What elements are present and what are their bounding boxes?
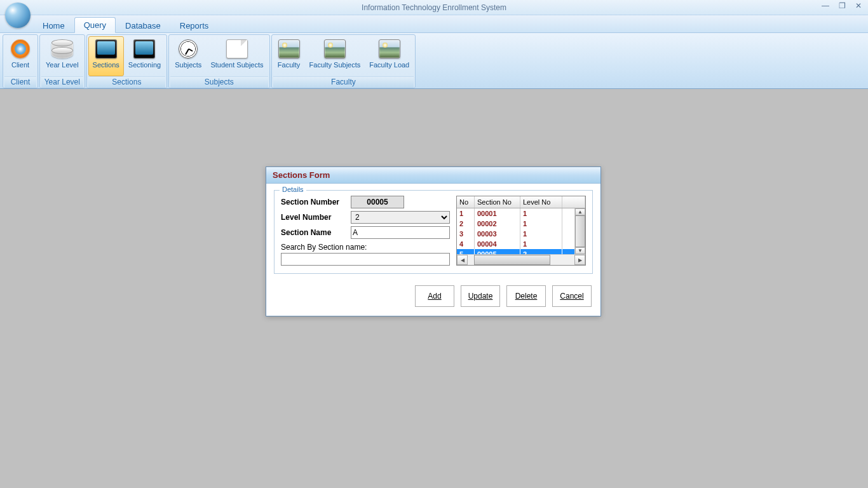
tab-reports[interactable]: Reports bbox=[170, 18, 219, 33]
ribbon-item-yearlevel[interactable]: Year Level bbox=[41, 36, 83, 76]
ribbon-group-label: Year Level bbox=[41, 76, 83, 88]
section-number-label: Section Number bbox=[281, 198, 347, 207]
dialog-title: Sections Form bbox=[266, 167, 600, 184]
horizontal-scrollbar[interactable]: ◀ ▶ bbox=[457, 254, 585, 265]
scroll-right-icon[interactable]: ▶ bbox=[574, 255, 585, 265]
grid-row-selected[interactable]: 5 00005 2 bbox=[457, 249, 585, 254]
form-column: Section Number 00005 Level Number 2 Sect… bbox=[281, 196, 450, 266]
window-controls: — ❐ ✕ bbox=[817, 0, 867, 11]
ribbon-group-label: Subjects bbox=[170, 76, 268, 88]
ribbon-item-faculty-load[interactable]: Faculty Load bbox=[365, 36, 414, 76]
level-number-select[interactable]: 2 bbox=[351, 211, 450, 224]
maximize-button[interactable]: ❐ bbox=[834, 0, 850, 11]
scroll-left-icon[interactable]: ◀ bbox=[457, 255, 468, 265]
menu-tabs: Home Query Database Reports bbox=[33, 17, 218, 32]
scroll-thumb[interactable] bbox=[474, 255, 550, 265]
ribbon-item-label: Sections bbox=[93, 61, 119, 69]
scroll-down-icon[interactable]: ▼ bbox=[575, 247, 585, 254]
grid-body: 1 00001 1 2 00002 1 3 00003 1 bbox=[457, 208, 585, 254]
window-titlebar: Information Technology Enrollment System… bbox=[0, 0, 868, 15]
col-header-rest[interactable] bbox=[562, 196, 585, 208]
search-label: Search By Section name: bbox=[281, 243, 450, 252]
ribbon-item-label: Client bbox=[11, 61, 29, 69]
ribbon-item-student-subjects[interactable]: Student Subjects bbox=[206, 36, 268, 76]
page-icon bbox=[226, 39, 248, 58]
photo-icon bbox=[324, 39, 346, 58]
ribbon-item-sectioning[interactable]: Sectioning bbox=[124, 36, 165, 76]
ribbon-item-client[interactable]: Client bbox=[4, 36, 36, 76]
update-button[interactable]: Update bbox=[461, 285, 500, 307]
photo-icon bbox=[379, 39, 400, 58]
tab-home[interactable]: Home bbox=[33, 18, 74, 33]
ribbon-group-yearlevel: Year Level Year Level bbox=[39, 34, 85, 88]
grid-row[interactable]: 2 00002 1 bbox=[457, 219, 585, 229]
header-bar: Home Query Database Reports bbox=[0, 15, 868, 33]
col-header-no[interactable]: No bbox=[457, 196, 475, 208]
dialog-buttons: Add Update Delete Cancel bbox=[266, 279, 600, 316]
monitor-icon bbox=[95, 39, 117, 58]
scroll-thumb[interactable] bbox=[575, 215, 585, 247]
ribbon: Client Client Year Level Year Level Sect… bbox=[0, 33, 868, 89]
ribbon-item-label: Student Subjects bbox=[210, 61, 263, 69]
photo-icon bbox=[278, 39, 300, 58]
ribbon-group-label: Sections bbox=[88, 76, 166, 88]
add-button[interactable]: Add bbox=[415, 285, 454, 307]
delete-button[interactable]: Delete bbox=[506, 285, 546, 307]
ribbon-group-label: Faculty bbox=[273, 76, 414, 88]
vertical-scrollbar[interactable]: ▲ ▼ bbox=[574, 208, 585, 254]
tab-query[interactable]: Query bbox=[74, 17, 116, 33]
ribbon-group-subjects: Subjects Student Subjects Subjects bbox=[168, 34, 269, 88]
clock-icon bbox=[179, 39, 198, 58]
sections-grid: No Section No Level No 1 00001 1 2 00002 bbox=[456, 196, 586, 266]
lifebuoy-icon bbox=[11, 39, 30, 58]
grid-row[interactable]: 4 00004 1 bbox=[457, 239, 585, 249]
ribbon-group-label: Client bbox=[4, 76, 36, 88]
minimize-button[interactable]: — bbox=[817, 0, 834, 11]
ribbon-group-faculty: Faculty Faculty Subjects Faculty Load Fa… bbox=[271, 34, 416, 88]
details-fieldset: Details Section Number 00005 Level Numbe… bbox=[274, 190, 593, 274]
level-number-label: Level Number bbox=[281, 213, 347, 222]
col-header-section-no[interactable]: Section No bbox=[475, 196, 520, 208]
ribbon-item-label: Faculty Load bbox=[369, 61, 409, 69]
ribbon-group-sections: Sections Sectioning Sections bbox=[86, 34, 168, 88]
ribbon-item-label: Faculty Subjects bbox=[309, 61, 361, 69]
sections-form-dialog: Sections Form Details Section Number 000… bbox=[266, 166, 601, 316]
grid-row[interactable]: 3 00003 1 bbox=[457, 229, 585, 239]
cancel-button[interactable]: Cancel bbox=[552, 285, 592, 307]
fieldset-legend: Details bbox=[280, 186, 306, 193]
section-name-input[interactable] bbox=[351, 226, 450, 239]
ribbon-item-faculty[interactable]: Faculty bbox=[273, 36, 305, 76]
ribbon-item-faculty-subjects[interactable]: Faculty Subjects bbox=[305, 36, 365, 76]
ribbon-item-label: Year Level bbox=[46, 61, 79, 69]
ribbon-item-label: Sectioning bbox=[128, 61, 161, 69]
ribbon-item-label: Faculty bbox=[278, 61, 300, 69]
grid-header: No Section No Level No bbox=[457, 196, 585, 208]
section-number-value: 00005 bbox=[351, 196, 404, 208]
close-button[interactable]: ✕ bbox=[850, 0, 867, 11]
ribbon-item-label: Subjects bbox=[175, 61, 201, 69]
col-header-level-no[interactable]: Level No bbox=[520, 196, 562, 208]
search-input[interactable] bbox=[281, 253, 450, 266]
monitor-icon bbox=[133, 39, 155, 58]
ribbon-item-sections[interactable]: Sections bbox=[88, 36, 124, 76]
section-name-label: Section Name bbox=[281, 228, 347, 237]
ribbon-group-client: Client Client bbox=[3, 34, 38, 88]
globe-icon bbox=[5, 3, 31, 28]
database-icon bbox=[51, 39, 73, 58]
grid-row[interactable]: 1 00001 1 bbox=[457, 208, 585, 219]
app-title: Information Technology Enrollment System bbox=[362, 3, 506, 12]
scroll-up-icon[interactable]: ▲ bbox=[575, 208, 585, 215]
tab-database[interactable]: Database bbox=[116, 18, 170, 33]
ribbon-item-subjects[interactable]: Subjects bbox=[170, 36, 206, 76]
